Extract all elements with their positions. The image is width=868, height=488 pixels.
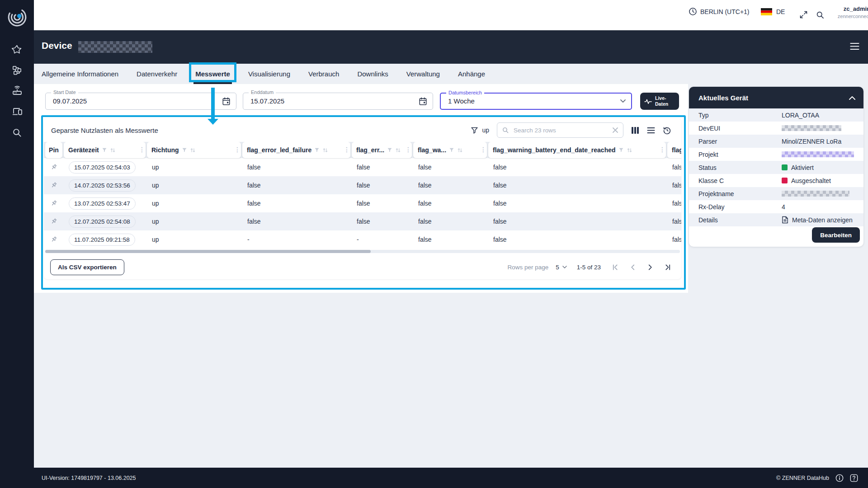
sort-icon[interactable] — [322, 147, 328, 153]
column-header-flag-wa[interactable]: flag_wa... ⋮ — [413, 142, 487, 158]
info-icon[interactable] — [835, 474, 844, 482]
filter-funnel-icon[interactable] — [182, 147, 187, 153]
filter-funnel-icon[interactable] — [618, 147, 624, 153]
start-date-input[interactable] — [53, 93, 186, 109]
tab-visualisierung[interactable]: Visualisierung — [248, 66, 290, 82]
pin-icon[interactable] — [45, 230, 62, 249]
cell-flag: - — [352, 230, 412, 249]
timestamp-chip[interactable]: 13.07.2025 02:53:47 — [69, 197, 136, 210]
sidebar-item-devices[interactable] — [0, 101, 34, 122]
sidebar-item-favorites[interactable] — [0, 39, 34, 60]
zennerconnect-logo[interactable] — [0, 2, 34, 33]
sidebar-item-gateways[interactable] — [0, 80, 34, 101]
column-header-flag-err[interactable]: flag_err... ⋮ — [352, 142, 412, 158]
table-row[interactable]: 11.07.2025 09:21:58 up - - false false f… — [44, 230, 681, 249]
tab-label: Verbrauch — [308, 70, 339, 78]
pin-icon[interactable] — [45, 194, 62, 212]
export-csv-button[interactable]: Als CSV exportieren — [50, 259, 124, 275]
timestamp-chip[interactable]: 14.07.2025 02:53:56 — [69, 179, 136, 192]
table-search-box[interactable] — [497, 122, 623, 138]
column-header-flag-truncated[interactable]: flag — [667, 142, 681, 158]
clear-search-icon[interactable] — [612, 127, 618, 133]
column-drag-handle[interactable]: ⋮ — [344, 146, 349, 153]
timezone-indicator[interactable]: BERLIN (UTC+1) — [689, 7, 750, 16]
tab-verbrauch[interactable]: Verbrauch — [308, 66, 339, 82]
column-drag-handle[interactable]: ⋮ — [139, 146, 145, 153]
device-attr-rx-delay: Rx-Delay 4 — [689, 200, 863, 213]
column-header-richtung[interactable]: Richtung ⋮ — [147, 142, 241, 158]
tab-anhaenge[interactable]: Anhänge — [458, 66, 485, 82]
column-drag-handle[interactable]: ⋮ — [234, 146, 240, 153]
filter-funnel-icon[interactable] — [449, 147, 454, 153]
column-header-pin[interactable]: Pin — [45, 142, 62, 158]
end-date-field[interactable]: Enddatum — [243, 93, 433, 110]
filter-funnel-icon[interactable] — [102, 147, 107, 153]
tab-label: Downlinks — [357, 70, 388, 78]
sort-icon[interactable] — [395, 147, 401, 153]
column-header-flag-warning-battery-end-date-reached[interactable]: flag_warning_battery_end_date_reached ⋮ — [488, 142, 666, 158]
device-panel-header[interactable]: Aktuelles Gerät — [689, 87, 863, 108]
table-row[interactable]: 12.07.2025 02:54:08 up false false false… — [44, 212, 681, 230]
meta-data-link[interactable]: Meta-Daten anzeigen — [782, 216, 853, 224]
horizontal-scrollbar-thumb[interactable] — [45, 250, 371, 253]
column-drag-handle[interactable]: ⋮ — [659, 146, 665, 153]
sort-icon[interactable] — [110, 147, 116, 153]
sort-icon[interactable] — [457, 147, 463, 153]
tab-label: Datenverkehr — [137, 70, 177, 78]
date-range-select[interactable]: Datumsbereich 1 Woche — [440, 93, 632, 110]
page-menu-button[interactable] — [850, 42, 859, 50]
column-header-flag-error-led-failure[interactable]: flag_error_led_failure ⋮ — [242, 142, 350, 158]
rows-per-page-select[interactable]: 5 — [556, 264, 567, 271]
pin-icon[interactable] — [45, 176, 62, 194]
first-page-icon[interactable] — [612, 264, 618, 271]
fullscreen-button[interactable] — [799, 10, 808, 19]
filter-indicator[interactable]: up — [471, 127, 489, 134]
language-switcher[interactable]: DE — [761, 8, 785, 15]
previous-page-icon[interactable] — [629, 264, 636, 271]
horizontal-scrollbar-track[interactable] — [45, 250, 680, 253]
next-page-icon[interactable] — [647, 264, 654, 271]
filter-funnel-icon[interactable] — [387, 147, 392, 153]
device-attr-klasse-c: Klasse C Ausgeschaltet — [689, 174, 863, 187]
start-date-field[interactable]: Start Date — [45, 93, 236, 110]
tab-datenverkehr[interactable]: Datenverkehr — [137, 66, 177, 82]
calendar-icon[interactable] — [222, 97, 231, 106]
end-date-input[interactable] — [250, 93, 383, 109]
table-row[interactable]: 14.07.2025 02:53:56 up false false false… — [44, 176, 681, 194]
calendar-icon[interactable] — [419, 97, 427, 106]
row-density-button[interactable] — [647, 127, 655, 134]
filter-funnel-icon[interactable] — [314, 147, 320, 153]
tab-messwerte[interactable]: Messwerte — [195, 66, 230, 82]
sidebar-item-search[interactable] — [0, 122, 34, 143]
cell-flag: - — [242, 230, 350, 249]
live-data-button[interactable]: Live- Daten — [640, 93, 679, 110]
table-row[interactable]: 15.07.2025 02:54:03 up false false false… — [44, 158, 681, 176]
search-icon — [12, 127, 22, 138]
chevron-up-icon[interactable] — [849, 96, 855, 100]
global-search-button[interactable] — [816, 10, 825, 19]
sort-icon[interactable] — [190, 147, 196, 153]
manage-columns-button[interactable] — [631, 127, 639, 134]
column-header-geraetezeit[interactable]: Gerätezeit ⋮ — [64, 142, 146, 158]
sidebar-item-topology[interactable] — [0, 60, 34, 80]
table-row[interactable]: 13.07.2025 02:53:47 up false false false… — [44, 194, 681, 212]
timestamp-chip[interactable]: 11.07.2025 09:21:58 — [69, 234, 135, 246]
timestamp-chip[interactable]: 12.07.2025 02:54:08 — [69, 216, 136, 228]
pin-icon[interactable] — [45, 212, 62, 230]
pin-icon[interactable] — [45, 158, 62, 176]
reset-table-button[interactable] — [663, 126, 671, 135]
chevron-down-icon — [562, 266, 567, 268]
timestamp-chip[interactable]: 15.07.2025 02:54:03 — [69, 161, 136, 174]
sort-icon[interactable] — [627, 147, 632, 153]
last-page-icon[interactable] — [665, 264, 671, 271]
tab-allgemeine-informationen[interactable]: Allgemeine Informationen — [42, 66, 118, 82]
table-search-input[interactable] — [513, 127, 609, 134]
tab-downlinks[interactable]: Downlinks — [357, 66, 388, 82]
help-icon[interactable] — [850, 474, 858, 482]
edit-device-button[interactable]: Bearbeiten — [812, 227, 860, 243]
tab-verwaltung[interactable]: Verwaltung — [406, 66, 440, 82]
column-drag-handle[interactable]: ⋮ — [480, 146, 486, 153]
user-menu[interactable]: zc_admin zennerconnect — [830, 5, 868, 19]
column-drag-handle[interactable]: ⋮ — [405, 146, 411, 153]
cell-flag: false — [413, 194, 487, 212]
